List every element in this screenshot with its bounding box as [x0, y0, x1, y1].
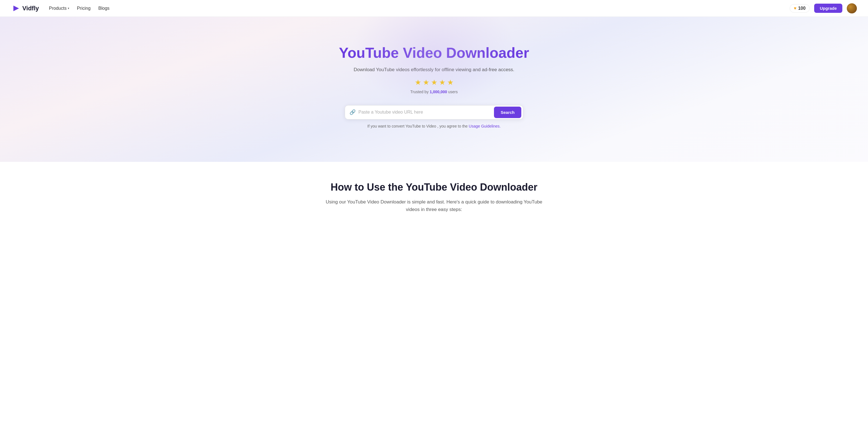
nav-pricing-label: Pricing — [77, 6, 91, 11]
nav-item-pricing[interactable]: Pricing — [77, 6, 91, 11]
avatar[interactable] — [847, 3, 857, 13]
hero-section: YouTube Video Downloader Download YouTub… — [0, 17, 868, 162]
navbar-right: ♥ 100 Upgrade — [789, 3, 857, 13]
avatar-inner — [847, 3, 857, 13]
how-to-section: How to Use the YouTube Video Downloader … — [0, 162, 868, 224]
how-to-title: How to Use the YouTube Video Downloader — [11, 181, 857, 193]
search-bar: 🔗 Search — [345, 105, 523, 119]
nav-item-products[interactable]: Products ▾ — [49, 6, 69, 11]
hero-title: YouTube Video Downloader — [339, 45, 529, 61]
star-5: ★ — [447, 78, 454, 87]
svg-marker-0 — [13, 6, 19, 11]
nav-item-blogs[interactable]: Blogs — [98, 6, 110, 11]
how-to-description: Using our YouTube Video Downloader is si… — [322, 198, 546, 213]
star-4: ★ — [439, 78, 445, 87]
star-3: ★ — [431, 78, 437, 87]
upgrade-button[interactable]: Upgrade — [814, 4, 842, 13]
hero-subtitle: Download YouTube videos effortlessly for… — [354, 67, 514, 73]
credits-badge: ♥ 100 — [789, 4, 810, 12]
trusted-suffix: users — [447, 90, 458, 94]
logo-text: Vidfly — [22, 5, 39, 12]
heart-icon: ♥ — [794, 6, 797, 11]
star-1: ★ — [415, 78, 421, 87]
nav-blogs-label: Blogs — [98, 6, 110, 11]
logo-icon — [11, 4, 20, 13]
navbar: Vidfly Products ▾ Pricing Blogs ♥ 100 Up… — [0, 0, 868, 17]
nav-products-label: Products — [49, 6, 67, 11]
trusted-prefix: Trusted by — [410, 90, 430, 94]
star-2: ★ — [423, 78, 429, 87]
terms-prefix: If you want to convert YouTube to Video … — [367, 124, 469, 129]
credits-count: 100 — [798, 6, 806, 11]
url-input[interactable] — [359, 107, 494, 117]
navbar-left: Vidfly Products ▾ Pricing Blogs — [11, 4, 110, 13]
search-button[interactable]: Search — [494, 107, 521, 118]
logo[interactable]: Vidfly — [11, 4, 39, 13]
terms-text: If you want to convert YouTube to Video … — [367, 124, 501, 129]
link-icon: 🔗 — [349, 109, 355, 115]
stars-row: ★ ★ ★ ★ ★ — [415, 78, 454, 87]
chevron-down-icon: ▾ — [68, 7, 69, 10]
trusted-count: 1,000,000 — [430, 90, 447, 94]
nav-items: Products ▾ Pricing Blogs — [49, 6, 110, 11]
trusted-text: Trusted by 1,000,000 users — [410, 90, 458, 94]
terms-link[interactable]: Usage Guidelines. — [469, 124, 501, 129]
